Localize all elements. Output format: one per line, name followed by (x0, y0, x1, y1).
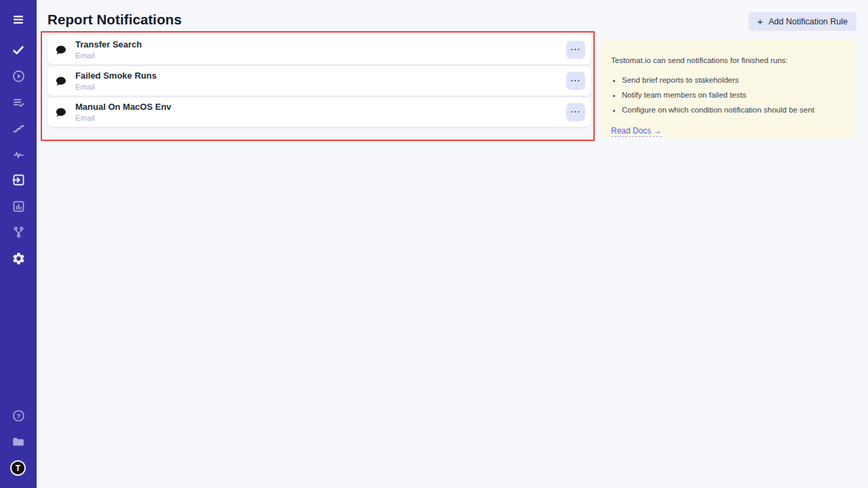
sidebar-item-branches[interactable] (0, 224, 37, 240)
pulse-icon (12, 147, 26, 161)
sidebar-item-settings[interactable] (0, 250, 37, 266)
help-circle-icon: ? (12, 409, 26, 423)
rule-text: Manual On MacOS Env Email (75, 102, 566, 123)
rule-title: Transfer Search (75, 40, 566, 50)
sidebar-item-help[interactable]: ? (0, 407, 37, 424)
notification-rules-list: Transfer Search Email ··· Failed Smoke R… (47, 35, 591, 129)
sign-in-icon (12, 173, 26, 187)
rule-title: Failed Smoke Runs (75, 71, 566, 81)
info-bullet: Notify team members on failed tests (622, 90, 846, 100)
chat-bubble-icon (55, 106, 67, 119)
bar-chart-icon (12, 199, 26, 214)
rule-title: Manual On MacOS Env (75, 102, 566, 113)
account-avatar[interactable]: T (10, 460, 26, 476)
add-button-label: Add Notification Rule (768, 17, 848, 26)
notification-rule-row[interactable]: Transfer Search Email ··· (47, 35, 591, 64)
info-panel-intro: Testomat.io can send notifications for f… (611, 56, 846, 66)
notification-rule-row[interactable]: Manual On MacOS Env Email ··· (47, 98, 591, 127)
sidebar-item-import[interactable] (0, 171, 37, 188)
stairs-icon (12, 121, 26, 136)
rule-channel: Email (75, 52, 566, 60)
plus-icon: + (757, 16, 764, 26)
play-circle-icon (12, 69, 26, 83)
info-bullet: Configure on which condition notificatio… (622, 105, 846, 115)
sidebar-item-analytics[interactable] (0, 146, 37, 162)
notification-rule-row[interactable]: Failed Smoke Runs Email ··· (47, 66, 591, 96)
rule-menu-button[interactable]: ··· (566, 41, 585, 59)
rule-channel: Email (75, 83, 566, 92)
logo-letter: T (16, 464, 20, 472)
info-panel: Testomat.io can send notifications for f… (600, 40, 856, 138)
folder-icon (11, 434, 26, 449)
sidebar-item-steps[interactable] (0, 120, 37, 136)
sidebar-item-reports[interactable] (0, 198, 37, 214)
gear-icon (12, 251, 26, 266)
git-branch-icon (12, 225, 26, 239)
app-window: ? T Report Notifications + Add Notificat… (0, 0, 868, 488)
sidebar-item-tests[interactable] (0, 42, 37, 58)
sidebar-item-projects[interactable] (0, 434, 37, 450)
check-icon (11, 43, 26, 58)
main-content: Report Notifications + Add Notification … (37, 0, 868, 488)
hamburger-menu-icon (12, 13, 25, 26)
sidebar-item-menu[interactable] (0, 12, 37, 28)
list-check-icon (12, 96, 26, 110)
sidebar-item-test-plans[interactable] (0, 94, 37, 110)
rule-menu-button[interactable]: ··· (566, 103, 585, 121)
page-title: Report Notifications (47, 12, 182, 28)
chat-bubble-icon (55, 44, 67, 56)
rule-channel: Email (75, 114, 566, 123)
svg-text:?: ? (16, 412, 20, 420)
add-notification-rule-button[interactable]: + Add Notification Rule (749, 12, 857, 30)
chat-bubble-icon (55, 75, 67, 87)
rule-text: Failed Smoke Runs Email (75, 71, 566, 92)
rule-menu-button[interactable]: ··· (566, 72, 585, 90)
sidebar: ? T (0, 0, 37, 488)
read-docs-link[interactable]: Read Docs → (611, 126, 662, 137)
rule-text: Transfer Search Email (75, 40, 566, 60)
info-panel-bullets: Send brief reports to stakeholders Notif… (622, 75, 846, 115)
info-bullet: Send brief reports to stakeholders (622, 75, 846, 85)
sidebar-item-runs[interactable] (0, 68, 37, 84)
